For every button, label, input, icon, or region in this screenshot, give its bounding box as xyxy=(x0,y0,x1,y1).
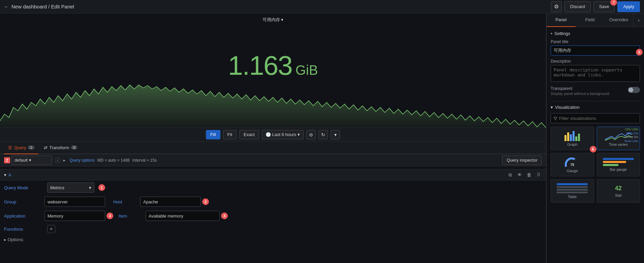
settings-section: ▾ Settings Panel title 5 Description Tra… xyxy=(551,31,640,96)
save-label: Save xyxy=(599,4,609,9)
settings-chevron-icon: ▾ xyxy=(551,32,552,35)
tab-field[interactable]: Field xyxy=(576,13,605,27)
annotation-badge-5: 5 xyxy=(636,49,643,56)
annotation-badge-4: 4 xyxy=(221,212,228,219)
transparent-row: Transparent Display panel without a back… xyxy=(551,86,640,96)
viz-card-gauge[interactable]: 79 Gauge xyxy=(551,153,594,176)
zoom-button[interactable]: ⊖ xyxy=(306,130,316,139)
chevron-down-icon: ▾ xyxy=(334,132,337,137)
options-label: ▸ Options: xyxy=(4,237,24,242)
transparent-toggle[interactable] xyxy=(628,87,640,93)
right-panel-tabs: Panel Field Overrides › xyxy=(547,13,644,27)
query-inspector-button[interactable]: Query inspector xyxy=(502,156,542,165)
host-label: Host xyxy=(113,199,140,204)
tab-query[interactable]: ☰ Query 1 xyxy=(4,141,38,154)
delete-icon[interactable]: 🗑 xyxy=(526,171,532,178)
back-button[interactable]: ← xyxy=(4,4,9,9)
application-input[interactable] xyxy=(44,211,105,221)
top-actions: ⚙ Discard Save 7 Apply xyxy=(551,1,640,12)
apply-label: Apply xyxy=(623,4,634,9)
time-picker[interactable]: 🕐 Last 6 hours ▾ xyxy=(262,130,304,139)
exact-button[interactable]: Exact xyxy=(239,130,259,139)
group-input[interactable] xyxy=(44,197,105,207)
section-chevron-down: ▾ xyxy=(4,172,6,177)
vram-text: VRAM 0% xyxy=(624,135,638,139)
query-info-button[interactable]: i xyxy=(55,157,61,163)
ram-text: RAM 13% xyxy=(624,139,638,143)
query-count: 1 xyxy=(28,145,34,150)
gauge-card-label: Gauge xyxy=(567,169,578,173)
right-panel-body: ▾ Settings Panel title 5 Description Tra… xyxy=(547,27,644,263)
more-button[interactable]: ▾ xyxy=(331,130,340,139)
table-mini-chart xyxy=(557,183,588,193)
graph-mini-chart xyxy=(564,130,580,141)
query-options-link[interactable]: Query options xyxy=(69,158,95,163)
description-textarea[interactable] xyxy=(551,65,640,82)
query-mode-label: Query Mode xyxy=(4,185,44,190)
drag-icon[interactable]: ⠿ xyxy=(535,171,542,178)
overrides-tab-label: Overrides xyxy=(609,17,628,22)
viz-section-header[interactable]: ▾ Visualization xyxy=(551,105,640,110)
group-host-row: Group Host 2 xyxy=(0,195,546,209)
query-area: ☰ Query 1 ⇄ Transform 0 Z default ▾ xyxy=(0,141,546,263)
viz-card-stat[interactable]: 42 Stat xyxy=(597,179,640,203)
refresh-icon: ↻ xyxy=(321,132,325,137)
query-section-a[interactable]: ▾ A ⧉ 👁 🗑 ⠿ xyxy=(0,169,546,180)
fill-button[interactable]: Fill xyxy=(206,130,220,139)
query-tab-label: Query xyxy=(14,145,26,150)
apply-button[interactable]: Apply xyxy=(617,1,640,12)
item-input[interactable] xyxy=(146,211,220,221)
group-label: Group xyxy=(4,199,44,204)
refresh-button[interactable]: ↻ xyxy=(318,130,328,139)
settings-title: Settings xyxy=(554,31,570,36)
annotation-badge-3: 3 xyxy=(106,212,113,219)
fit-button[interactable]: Fit xyxy=(223,130,237,139)
stat-card-label: Stat xyxy=(615,193,622,197)
panel-title-input[interactable] xyxy=(551,45,640,56)
settings-section-header[interactable]: ▾ Settings xyxy=(551,31,640,36)
viz-grid: Graph 6 Time series CPU 10% GPU 2% xyxy=(551,127,640,203)
time-chevron-icon: ▾ xyxy=(298,132,300,137)
page-title: New dashboard / Edit Panel xyxy=(11,4,74,9)
bargauge-mini-chart xyxy=(603,158,634,166)
collapse-button[interactable]: › xyxy=(633,13,644,27)
field-tab-label: Field xyxy=(585,17,594,22)
options-row[interactable]: ▸ Options: xyxy=(0,235,546,244)
copy-icon[interactable]: ⧉ xyxy=(507,171,514,178)
host-input[interactable] xyxy=(140,197,201,207)
viz-chevron-icon: ▾ xyxy=(551,105,553,110)
tab-panel[interactable]: Panel xyxy=(547,13,576,27)
plus-icon: + xyxy=(50,226,53,232)
discard-label: Discard xyxy=(570,4,585,9)
discard-button[interactable]: Discard xyxy=(564,1,591,12)
query-mode-value: Metrics xyxy=(50,185,64,190)
save-badge: 7 xyxy=(610,0,617,6)
table-card-label: Table xyxy=(568,195,577,199)
settings-button[interactable]: ⚙ xyxy=(551,1,562,12)
main-layout: 可用内存 ▾ 1.163 GiB xyxy=(0,13,644,263)
time-label: Last 6 hours xyxy=(272,132,297,137)
top-bar: ← New dashboard / Edit Panel ⚙ Discard S… xyxy=(0,0,644,13)
tab-transform[interactable]: ⇄ Transform 0 xyxy=(40,141,82,154)
panel-title-label: Panel title xyxy=(551,39,640,44)
stat-value: 1.163 xyxy=(228,50,292,81)
save-button[interactable]: Save 7 xyxy=(593,1,615,12)
datasource-value: default xyxy=(14,158,28,163)
viz-card-timeseries[interactable]: Time series CPU 10% GPU 2% VRAM 0% RAM 1… xyxy=(597,127,640,150)
datasource-selector[interactable]: default ▾ xyxy=(11,156,52,165)
viz-section-title: Visualization xyxy=(555,105,580,110)
application-item-row: Application 3 Item 4 xyxy=(0,209,546,223)
svg-text:79: 79 xyxy=(571,163,575,167)
gpu-text: GPU 2% xyxy=(624,132,638,136)
cpu-text: CPU 10% xyxy=(624,128,638,132)
query-icon: ☰ xyxy=(8,145,12,150)
tab-overrides[interactable]: Overrides xyxy=(604,13,633,27)
viz-card-bargauge[interactable]: Bar gauge xyxy=(597,153,640,176)
query-mode-selector[interactable]: Metrics ▾ xyxy=(47,183,94,193)
viz-card-table[interactable]: Table xyxy=(551,179,594,203)
viz-card-graph[interactable]: Graph 6 xyxy=(551,127,594,150)
add-function-button[interactable]: + xyxy=(47,225,55,233)
stat-unit: GiB xyxy=(296,63,318,78)
viz-filter-input[interactable] xyxy=(559,116,637,121)
eye-icon[interactable]: 👁 xyxy=(516,171,523,178)
